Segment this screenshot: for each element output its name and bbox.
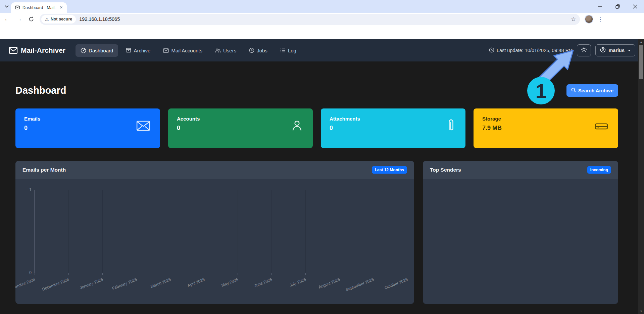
nav-item-jobs[interactable]: Jobs [244, 44, 273, 57]
stat-value: 7.9 MB [482, 125, 609, 132]
browser-tab[interactable]: Dashboard - Mail- × [11, 2, 67, 13]
gridline [238, 190, 238, 273]
emails-chart: 01 November 2024December 2024January 202… [15, 179, 414, 304]
axis-tick [136, 273, 136, 275]
axis-tick [35, 273, 35, 275]
stat-label: Attachments [330, 116, 457, 122]
x-axis-label: June 2025 [254, 277, 273, 288]
person-icon [291, 119, 303, 133]
nav-label: Users [223, 48, 236, 53]
axis-tick [339, 273, 339, 275]
dashboard-panels: Emails per Month Last 12 Months 01 Novem… [15, 161, 618, 304]
stat-value: 0 [177, 125, 304, 132]
stat-value: 0 [24, 125, 151, 132]
favicon-envelope-icon [15, 5, 20, 11]
clock-icon [249, 48, 254, 53]
gridline [68, 190, 69, 273]
user-menu-button[interactable]: marius [595, 44, 635, 56]
people-icon [215, 48, 221, 53]
gridline [407, 190, 407, 273]
nav-item-archive[interactable]: Archive [121, 44, 155, 57]
user-name: marius [608, 48, 625, 53]
axis-tick [305, 273, 306, 275]
top-senders-panel: Top Senders Incoming [423, 161, 618, 304]
search-archive-button[interactable]: Search Archive [566, 84, 618, 97]
nav-label: Archive [134, 48, 150, 53]
y-axis-label: 0 [29, 270, 32, 275]
gridline [102, 190, 103, 273]
nav-label: Dashboard [89, 48, 113, 53]
chart-x-axis: November 2024December 2024January 2025Fe… [34, 275, 407, 295]
x-axis-label: December 2024 [41, 277, 70, 292]
scrollbar-down-arrow[interactable]: ▼ [638, 309, 644, 314]
axis-tick [170, 273, 170, 275]
page-title: Dashboard [15, 85, 66, 96]
last-update-label: Last update: 10/01/2025, 09:48 PM [497, 48, 573, 53]
stat-value: 0 [330, 125, 457, 132]
gridline [204, 190, 204, 273]
window-restore-button[interactable] [613, 2, 622, 11]
nav-item-dashboard[interactable]: Dashboard [76, 44, 118, 57]
forward-icon[interactable]: → [14, 14, 24, 24]
archive-icon [126, 48, 131, 53]
axis-tick [407, 273, 407, 275]
bookmark-star-icon[interactable]: ☆ [571, 16, 576, 23]
app-brand[interactable]: Mail-Archiver [9, 46, 65, 54]
browser-window: Dashboard - Mail- × ← → ⚠ Not s [0, 0, 644, 314]
browser-menu-icon[interactable]: ⋮ [597, 16, 604, 23]
tab-close-icon[interactable]: × [58, 5, 64, 10]
nav-items: Dashboard Archive Mail Accounts [76, 44, 301, 57]
search-icon [571, 88, 576, 93]
envelope-icon [136, 120, 151, 133]
page-scrollbar[interactable]: ▲ ▼ [638, 39, 644, 314]
last-update: Last update: 10/01/2025, 09:48 PM [489, 47, 573, 54]
panel-title: Emails per Month [22, 167, 66, 173]
clock-history-icon [489, 47, 494, 54]
tab-search-button[interactable] [3, 2, 11, 10]
stat-label: Emails [24, 116, 151, 122]
nav-label: Mail Accounts [171, 48, 202, 53]
envelope-icon [163, 48, 169, 53]
axis-tick [68, 273, 69, 275]
speedometer-icon [81, 48, 86, 53]
gridline [136, 190, 136, 273]
last-12-months-badge: Last 12 Months [372, 166, 407, 174]
emails-per-month-panel: Emails per Month Last 12 Months 01 Novem… [15, 161, 414, 304]
gridline [339, 190, 339, 273]
back-icon[interactable]: ← [2, 14, 12, 24]
search-archive-label: Search Archive [578, 88, 613, 93]
stat-label: Storage [482, 116, 609, 122]
x-axis-label: May 2025 [221, 277, 239, 288]
panel-title: Top Senders [430, 167, 461, 173]
x-axis-label: September 2025 [345, 277, 375, 292]
stat-cards: Emails 0 Accounts 0 Attachments [15, 108, 618, 148]
x-axis-label: October 2025 [384, 277, 408, 290]
axis-tick [271, 273, 272, 275]
sun-icon [581, 47, 587, 54]
nav-item-log[interactable]: Log [275, 44, 301, 57]
nav-item-mail-accounts[interactable]: Mail Accounts [158, 44, 207, 57]
nav-item-users[interactable]: Users [210, 44, 241, 57]
axis-tick [102, 273, 103, 275]
reload-icon[interactable] [26, 14, 36, 24]
scrollbar-thumb[interactable] [639, 45, 643, 79]
gridline [170, 190, 170, 273]
incoming-badge: Incoming [587, 166, 611, 174]
nav-label: Jobs [257, 48, 267, 53]
browser-toolbar: ← → ⚠ Not secure 192.168.1.18:5065 ☆ ⋮ [0, 13, 644, 26]
warning-icon: ⚠ [45, 17, 49, 22]
not-secure-chip[interactable]: ⚠ Not secure [41, 15, 76, 24]
stat-card-emails: Emails 0 [15, 108, 160, 148]
browser-profile-avatar[interactable] [585, 15, 593, 24]
theme-toggle-button[interactable] [577, 44, 591, 56]
gridline [305, 190, 306, 273]
scrollbar-up-arrow[interactable]: ▲ [638, 39, 644, 45]
x-axis-label: March 2025 [150, 277, 171, 289]
address-bar[interactable]: ⚠ Not secure 192.168.1.18:5065 ☆ [40, 14, 580, 25]
window-minimize-button[interactable] [596, 2, 604, 11]
axis-tick [204, 273, 204, 275]
dashboard-page: Dashboard Search Archive Emails 0 [0, 61, 638, 314]
brand-envelope-icon [9, 47, 18, 54]
url-text[interactable]: 192.168.1.18:5065 [79, 16, 120, 22]
window-close-button[interactable] [631, 2, 639, 11]
